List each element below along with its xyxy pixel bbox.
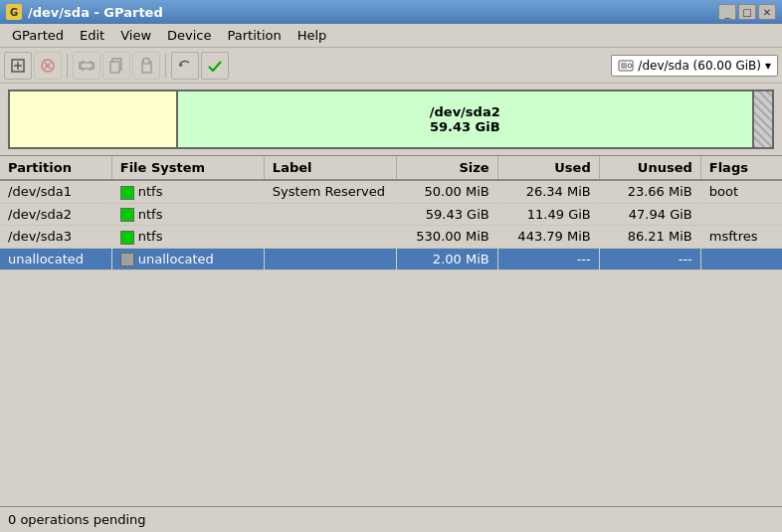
col-header-flags: Flags xyxy=(700,156,782,180)
partition-unused: 23.66 MiB xyxy=(599,180,700,203)
col-header-used: Used xyxy=(497,156,599,180)
status-text: 0 operations pending xyxy=(8,512,146,527)
partition-flags xyxy=(700,248,782,270)
app-icon-letter: G xyxy=(10,7,18,18)
table-row[interactable]: unallocatedunallocated2.00 MiB------ xyxy=(0,248,782,270)
maximize-button[interactable]: □ xyxy=(738,4,756,20)
partition-name: /dev/sda3 xyxy=(0,226,111,249)
disk-bar: /dev/sda2 59.43 GiB xyxy=(8,89,774,149)
partition-name: /dev/sda1 xyxy=(0,180,111,203)
toolbar: /dev/sda (60.00 GiB) ▾ xyxy=(0,48,782,84)
toolbar-separator-1 xyxy=(67,54,68,78)
svg-rect-12 xyxy=(110,62,119,73)
partition-size: 530.00 MiB xyxy=(396,226,497,249)
paste-partition-button[interactable] xyxy=(132,52,160,80)
table-header: Partition File System Label Size Used Un… xyxy=(0,156,782,180)
partition-used: --- xyxy=(497,248,599,270)
title-text: /dev/sda - GParted xyxy=(28,5,163,20)
partition-fs: unallocated xyxy=(111,248,264,270)
menu-bar: GPartedEditViewDevicePartitionHelp xyxy=(0,24,782,48)
disk-segment-label1: /dev/sda2 xyxy=(430,104,500,119)
partition-label xyxy=(264,203,396,226)
window-controls: _ □ ✕ xyxy=(718,4,776,20)
partition-fs: ntfs xyxy=(111,180,264,203)
undo-button[interactable] xyxy=(171,52,199,80)
partition-fs: ntfs xyxy=(111,226,264,249)
title-bar: G /dev/sda - GParted _ □ ✕ xyxy=(0,0,782,24)
menu-item-help[interactable]: Help xyxy=(290,26,335,45)
partition-unused: --- xyxy=(599,248,700,270)
delete-partition-button[interactable] xyxy=(34,52,62,80)
partition-size: 2.00 MiB xyxy=(396,248,497,270)
partition-used: 11.49 GiB xyxy=(497,203,599,226)
partition-label xyxy=(264,226,396,249)
menu-item-view[interactable]: View xyxy=(112,26,159,45)
menu-item-partition[interactable]: Partition xyxy=(220,26,290,45)
partition-unused: 47.94 GiB xyxy=(599,203,700,226)
svg-point-18 xyxy=(628,64,632,68)
partition-size: 59.43 GiB xyxy=(396,203,497,226)
disk-segment-end xyxy=(752,91,772,147)
col-header-size: Size xyxy=(396,156,497,180)
status-bar: 0 operations pending xyxy=(0,506,782,532)
disk-segment-large: /dev/sda2 59.43 GiB xyxy=(178,91,752,147)
svg-rect-17 xyxy=(621,63,627,69)
col-header-unused: Unused xyxy=(599,156,700,180)
app-icon: G xyxy=(6,4,22,20)
apply-button[interactable] xyxy=(201,52,229,80)
menu-item-edit[interactable]: Edit xyxy=(72,26,112,45)
partition-name: /dev/sda2 xyxy=(0,203,111,226)
partition-tbody: /dev/sda1ntfsSystem Reserved50.00 MiB26.… xyxy=(0,180,782,270)
table-row[interactable]: /dev/sda2ntfs59.43 GiB11.49 GiB47.94 GiB xyxy=(0,203,782,226)
partition-flags xyxy=(700,203,782,226)
partition-label xyxy=(264,248,396,270)
partition-table: Partition File System Label Size Used Un… xyxy=(0,155,782,506)
toolbar-separator-2 xyxy=(165,54,166,78)
col-header-fs: File System xyxy=(111,156,264,180)
partition-unused: 86.21 MiB xyxy=(599,226,700,249)
menu-item-device[interactable]: Device xyxy=(159,26,219,45)
menu-item-gparted[interactable]: GParted xyxy=(4,26,72,45)
disk-segment-label2: 59.43 GiB xyxy=(430,119,500,134)
fs-color-indicator xyxy=(120,208,134,222)
disk-selector[interactable]: /dev/sda (60.00 GiB) ▾ xyxy=(611,55,778,77)
partitions-table: Partition File System Label Size Used Un… xyxy=(0,156,782,270)
partition-used: 443.79 MiB xyxy=(497,226,599,249)
partition-used: 26.34 MiB xyxy=(497,180,599,203)
col-header-partition: Partition xyxy=(0,156,111,180)
minimize-button[interactable]: _ xyxy=(718,4,736,20)
disk-selector-chevron: ▾ xyxy=(765,59,771,73)
col-header-label: Label xyxy=(264,156,396,180)
table-row[interactable]: /dev/sda1ntfsSystem Reserved50.00 MiB26.… xyxy=(0,180,782,203)
copy-partition-button[interactable] xyxy=(102,52,130,80)
disk-selector-label: /dev/sda (60.00 GiB) xyxy=(638,59,761,73)
title-bar-left: G /dev/sda - GParted xyxy=(6,4,163,20)
close-button[interactable]: ✕ xyxy=(758,4,776,20)
partition-name: unallocated xyxy=(0,248,111,270)
partition-label: System Reserved xyxy=(264,180,396,203)
new-partition-button[interactable] xyxy=(4,52,32,80)
fs-color-indicator xyxy=(120,186,134,200)
resize-move-button[interactable] xyxy=(73,52,100,80)
svg-rect-14 xyxy=(143,59,149,64)
partition-flags: msftres xyxy=(700,226,782,249)
partition-flags: boot xyxy=(700,180,782,203)
partition-fs: ntfs xyxy=(111,203,264,226)
fs-color-indicator xyxy=(120,253,134,266)
table-row[interactable]: /dev/sda3ntfs530.00 MiB443.79 MiB86.21 M… xyxy=(0,226,782,249)
partition-size: 50.00 MiB xyxy=(396,180,497,203)
fs-color-indicator xyxy=(120,231,134,245)
disk-segment-small xyxy=(10,91,178,147)
disk-visual: /dev/sda2 59.43 GiB xyxy=(0,84,782,155)
